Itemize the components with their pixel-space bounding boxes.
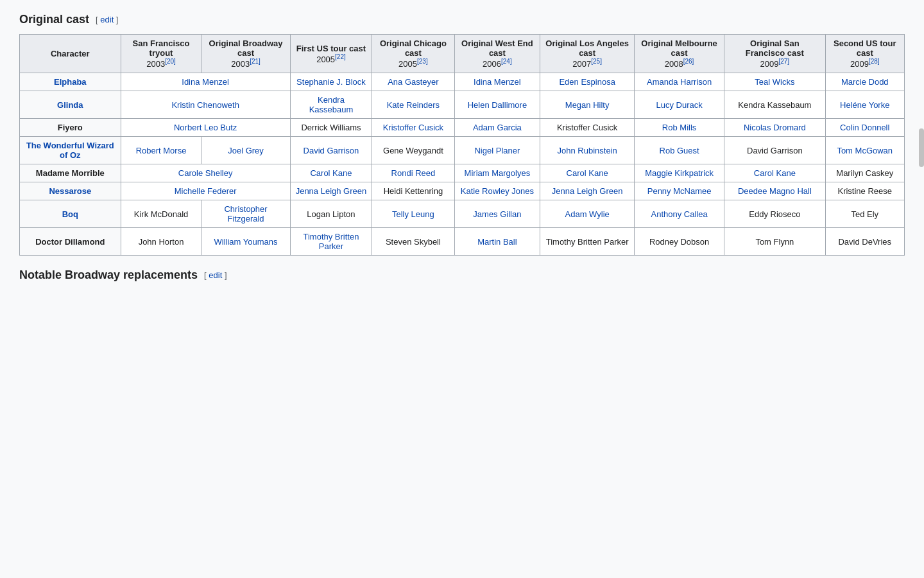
cell-glinda-first-us: Kendra Kassebaum bbox=[290, 91, 372, 119]
cell-boq-sf: Kirk McDonald bbox=[121, 200, 201, 228]
cell-wizard-melbourne: Rob Guest bbox=[634, 137, 724, 164]
cell-dillamond-chicago: Steven Skybell bbox=[372, 228, 454, 256]
cell-elphaba-la: Eden Espinosa bbox=[540, 73, 635, 91]
cell-dillamond-second-us: David DeVries bbox=[825, 228, 905, 256]
table-row: Doctor Dillamond John Horton William You… bbox=[20, 228, 905, 256]
cell-morrible-chicago: Rondi Reed bbox=[372, 164, 454, 182]
table-row: Nessarose Michelle Federer Jenna Leigh G… bbox=[20, 182, 905, 200]
section1-edit-link[interactable]: edit bbox=[100, 15, 114, 24]
section1-heading: Original cast bbox=[19, 13, 89, 26]
cell-boq-first-us: Logan Lipton bbox=[290, 200, 372, 228]
table-row: Glinda Kristin Chenoweth Kendra Kassebau… bbox=[20, 91, 905, 119]
cell-morrible-first-us: Carol Kane bbox=[290, 164, 372, 182]
table-row: Madame Morrible Carole Shelley Carol Kan… bbox=[20, 164, 905, 182]
cell-boq-melbourne: Anthony Callea bbox=[634, 200, 724, 228]
table-row: Fiyero Norbert Leo Butz Derrick Williams… bbox=[20, 119, 905, 137]
cell-elphaba-second-us: Marcie Dodd bbox=[825, 73, 905, 91]
scrollbar[interactable] bbox=[919, 128, 924, 167]
cell-fiyero-first-us: Derrick Williams bbox=[290, 119, 372, 137]
table-row: Boq Kirk McDonald Christopher Fitzgerald… bbox=[20, 200, 905, 228]
cell-morrible-la: Carol Kane bbox=[540, 164, 635, 182]
cell-dillamond-first-us: Timothy Britten Parker bbox=[290, 228, 372, 256]
cell-nessarose-first-us: Jenna Leigh Green bbox=[290, 182, 372, 200]
cell-elphaba-broadway: Idina Menzel bbox=[121, 73, 290, 91]
character-wizard: The Wonderful Wizard of Oz bbox=[20, 137, 121, 164]
cell-dillamond-melbourne: Rodney Dobson bbox=[634, 228, 724, 256]
cast-table: Character San Francisco tryout2003[20] O… bbox=[19, 34, 905, 256]
cell-dillamond-sf: John Horton bbox=[121, 228, 201, 256]
cell-wizard-west-end: Nigel Planer bbox=[454, 137, 540, 164]
table-header-row: Character San Francisco tryout2003[20] O… bbox=[20, 35, 905, 73]
col-header-first-us-tour: First US tour cast2005[22] bbox=[290, 35, 372, 73]
col-header-orig-chicago: Original Chicago cast2005[23] bbox=[372, 35, 454, 73]
cell-boq-chicago: Telly Leung bbox=[372, 200, 454, 228]
cell-wizard-sf2: David Garrison bbox=[724, 137, 825, 164]
cell-glinda-melbourne: Lucy Durack bbox=[634, 91, 724, 119]
character-boq: Boq bbox=[20, 200, 121, 228]
cell-boq-west-end: James Gillan bbox=[454, 200, 540, 228]
cell-dillamond-sf2: Tom Flynn bbox=[724, 228, 825, 256]
cell-morrible-second-us: Marilyn Caskey bbox=[825, 164, 905, 182]
table-row: The Wonderful Wizard of Oz Robert Morse … bbox=[20, 137, 905, 164]
cell-nessarose-melbourne: Penny McNamee bbox=[634, 182, 724, 200]
cell-glinda-second-us: Heléne Yorke bbox=[825, 91, 905, 119]
cell-boq-second-us: Ted Ely bbox=[825, 200, 905, 228]
cell-glinda-chicago: Kate Reinders bbox=[372, 91, 454, 119]
cell-morrible-broadway: Carole Shelley bbox=[121, 164, 290, 182]
cell-morrible-west-end: Miriam Margolyes bbox=[454, 164, 540, 182]
cell-dillamond-broadway: William Youmans bbox=[201, 228, 290, 256]
col-header-orig-melbourne: Original Melbourne cast2008[26] bbox=[634, 35, 724, 73]
cell-wizard-first-us: David Garrison bbox=[290, 137, 372, 164]
cell-elphaba-chicago: Ana Gasteyer bbox=[372, 73, 454, 91]
cell-nessarose-west-end: Katie Rowley Jones bbox=[454, 182, 540, 200]
cell-fiyero-chicago: Kristoffer Cusick bbox=[372, 119, 454, 137]
cell-wizard-second-us: Tom McGowan bbox=[825, 137, 905, 164]
col-header-orig-la: Original Los Angeles cast2007[25] bbox=[540, 35, 635, 73]
section-title: Original cast [ edit ] bbox=[19, 13, 905, 26]
cell-fiyero-melbourne: Rob Mills bbox=[634, 119, 724, 137]
cell-nessarose-broadway: Michelle Federer bbox=[121, 182, 290, 200]
col-header-orig-sf2: Original San Francisco cast2009[27] bbox=[724, 35, 825, 73]
cell-fiyero-broadway: Norbert Leo Butz bbox=[121, 119, 290, 137]
cell-dillamond-la: Timothy Britten Parker bbox=[540, 228, 635, 256]
cell-morrible-sf2: Carol Kane bbox=[724, 164, 825, 182]
cell-elphaba-west-end: Idina Menzel bbox=[454, 73, 540, 91]
cell-elphaba-sf2: Teal Wicks bbox=[724, 73, 825, 91]
cell-nessarose-second-us: Kristine Reese bbox=[825, 182, 905, 200]
cell-boq-la: Adam Wylie bbox=[540, 200, 635, 228]
character-elphaba: Elphaba bbox=[20, 73, 121, 91]
col-header-orig-west-end: Original West End cast2006[24] bbox=[454, 35, 540, 73]
character-nessarose: Nessarose bbox=[20, 182, 121, 200]
cell-wizard-sf: Robert Morse bbox=[121, 137, 201, 164]
cell-glinda-west-end: Helen Dallimore bbox=[454, 91, 540, 119]
cell-morrible-melbourne: Maggie Kirkpatrick bbox=[634, 164, 724, 182]
table-row: Elphaba Idina Menzel Stephanie J. Block … bbox=[20, 73, 905, 91]
section2-title: Notable Broadway replacements [ edit ] bbox=[19, 268, 905, 282]
cell-elphaba-melbourne: Amanda Harrison bbox=[634, 73, 724, 91]
col-header-second-us-tour: Second US tour cast2009[28] bbox=[825, 35, 905, 73]
cell-boq-broadway: Christopher Fitzgerald bbox=[201, 200, 290, 228]
cast-table-container: Character San Francisco tryout2003[20] O… bbox=[19, 34, 905, 256]
cell-dillamond-west-end: Martin Ball bbox=[454, 228, 540, 256]
character-morrible: Madame Morrible bbox=[20, 164, 121, 182]
character-glinda: Glinda bbox=[20, 91, 121, 119]
cell-fiyero-west-end: Adam Garcia bbox=[454, 119, 540, 137]
cell-nessarose-chicago: Heidi Kettenring bbox=[372, 182, 454, 200]
cell-elphaba-first-us: Stephanie J. Block bbox=[290, 73, 372, 91]
cell-glinda-la: Megan Hilty bbox=[540, 91, 635, 119]
section2-edit-link[interactable]: edit bbox=[209, 270, 222, 280]
cell-glinda-sf2: Kendra Kassebaum bbox=[724, 91, 825, 119]
cell-wizard-chicago: Gene Weygandt bbox=[372, 137, 454, 164]
cell-fiyero-la: Kristoffer Cusick bbox=[540, 119, 635, 137]
cell-nessarose-sf2: Deedee Magno Hall bbox=[724, 182, 825, 200]
cell-wizard-broadway: Joel Grey bbox=[201, 137, 290, 164]
character-fiyero: Fiyero bbox=[20, 119, 121, 137]
col-header-sf-tryout: San Francisco tryout2003[20] bbox=[121, 35, 201, 73]
cell-fiyero-sf2: Nicolas Dromard bbox=[724, 119, 825, 137]
character-dillamond: Doctor Dillamond bbox=[20, 228, 121, 256]
cell-fiyero-second-us: Colin Donnell bbox=[825, 119, 905, 137]
col-header-character: Character bbox=[20, 35, 121, 73]
cell-nessarose-la: Jenna Leigh Green bbox=[540, 182, 635, 200]
cell-glinda-broadway: Kristin Chenoweth bbox=[121, 91, 290, 119]
cell-wizard-la: John Rubinstein bbox=[540, 137, 635, 164]
